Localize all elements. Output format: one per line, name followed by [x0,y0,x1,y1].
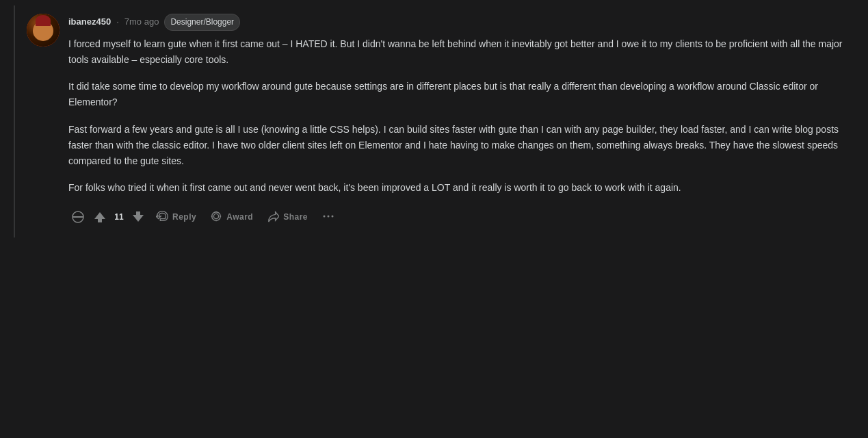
reply-button[interactable]: Reply [150,206,202,229]
left-column [26,14,60,229]
comment-header: ibanez450 · 7mo ago Designer/Blogger [68,14,857,31]
paragraph-4: For folks who tried it when it first cam… [68,180,857,196]
paragraph-2: It did take some time to develop my work… [68,79,857,110]
paragraph-3: Fast forward a few years and gute is all… [68,122,857,169]
award-label: Award [226,212,253,222]
svg-rect-0 [73,216,83,218]
award-icon [210,210,222,224]
collapse-icon [71,210,85,224]
share-button[interactable]: Share [261,206,313,229]
timestamp: 7mo ago [124,15,159,29]
comment-container: ibanez450 · 7mo ago Designer/Blogger I f… [14,5,868,237]
reply-label: Reply [172,212,196,222]
content-column: ibanez450 · 7mo ago Designer/Blogger I f… [68,14,857,229]
downvote-icon [131,210,145,224]
upvote-button[interactable] [90,207,109,227]
collapse-button[interactable] [68,207,88,227]
vote-count: 11 [112,211,126,224]
svg-point-3 [214,214,219,218]
comment-actions: 11 Reply [68,205,857,229]
avatar [27,14,60,47]
upvote-icon [93,210,107,224]
username[interactable]: ibanez450 [68,15,111,29]
share-label: Share [283,212,308,222]
more-icon [321,209,335,225]
svg-point-4 [324,215,326,217]
svg-point-6 [332,215,334,217]
dot-separator: · [116,15,119,29]
comment-body: I forced myself to learn gute when it fi… [68,36,857,196]
reply-icon [156,210,168,224]
flair-badge: Designer/Blogger [164,14,240,31]
svg-point-2 [212,212,221,221]
award-button[interactable]: Award [205,206,259,229]
share-icon [267,210,279,224]
svg-point-5 [328,215,330,217]
vote-section: 11 [90,207,148,227]
downvote-button[interactable] [129,207,148,227]
paragraph-1: I forced myself to learn gute when it fi… [68,36,857,68]
more-options-button[interactable] [316,205,341,229]
